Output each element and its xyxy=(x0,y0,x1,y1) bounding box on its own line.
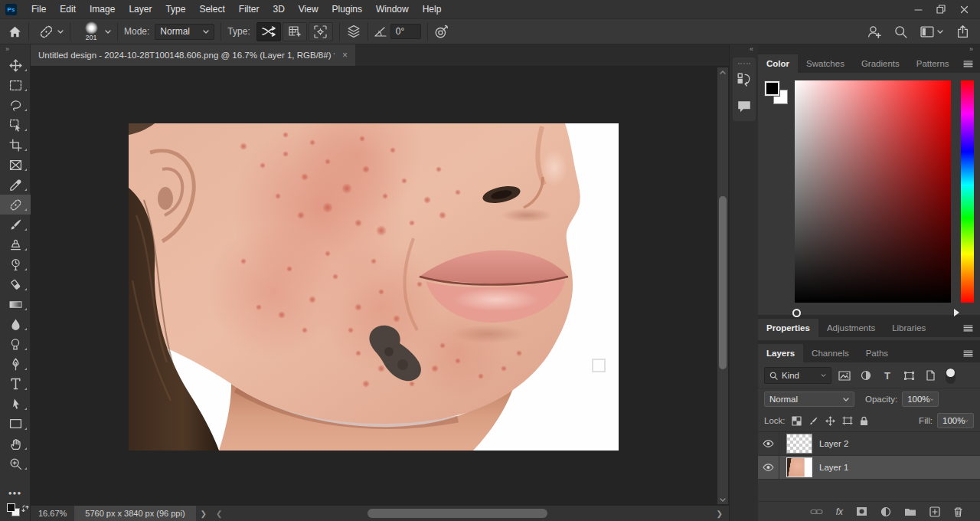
menu-type[interactable]: Type xyxy=(158,0,192,18)
object-selection-tool[interactable] xyxy=(0,115,31,135)
menu-plugins[interactable]: Plugins xyxy=(325,0,369,18)
pen-tool[interactable] xyxy=(0,354,31,374)
pen-pressure-button[interactable] xyxy=(434,25,449,39)
path-selection-tool[interactable] xyxy=(0,394,31,414)
hand-tool[interactable] xyxy=(0,434,31,454)
foreground-background-colors[interactable] xyxy=(0,501,30,521)
hscroll-left-arrow[interactable]: ❮ xyxy=(211,510,227,518)
menu-layer[interactable]: Layer xyxy=(122,0,158,18)
foreground-color-swatch[interactable] xyxy=(7,503,15,512)
eyedropper-tool[interactable] xyxy=(0,175,31,195)
rectangle-tool[interactable] xyxy=(0,414,31,434)
menu-select[interactable]: Select xyxy=(192,0,231,18)
minimize-button[interactable] xyxy=(906,0,929,18)
menu-filter[interactable]: Filter xyxy=(232,0,266,18)
tab-adjustments[interactable]: Adjustments xyxy=(818,319,884,337)
proximity-match-button[interactable] xyxy=(309,22,333,41)
brush-tool[interactable] xyxy=(0,215,31,234)
new-group-icon[interactable] xyxy=(904,506,916,516)
menu-help[interactable]: Help xyxy=(416,0,449,18)
move-tool[interactable] xyxy=(0,55,31,75)
canvas-document[interactable] xyxy=(129,123,619,451)
properties-panel-menu-icon[interactable] xyxy=(963,319,980,337)
blend-mode-select[interactable]: Normal xyxy=(764,392,854,407)
canvas-workspace[interactable] xyxy=(31,66,729,506)
layer-filter-kind-select[interactable]: Kind xyxy=(764,367,831,384)
horizontal-scrollbar[interactable] xyxy=(230,506,713,521)
create-texture-button[interactable] xyxy=(283,22,307,41)
menu-window[interactable]: Window xyxy=(369,0,416,18)
add-layer-mask-icon[interactable] xyxy=(856,506,867,516)
hue-slider-handle[interactable] xyxy=(954,309,959,316)
hue-slider[interactable] xyxy=(961,80,974,303)
tab-close-icon[interactable]: × xyxy=(342,50,348,61)
tab-swatches[interactable]: Swatches xyxy=(798,54,853,73)
chevron-down-icon[interactable] xyxy=(105,30,111,34)
content-aware-button[interactable] xyxy=(256,22,281,41)
vertical-scroll-thumb[interactable] xyxy=(719,196,727,369)
delete-layer-icon[interactable] xyxy=(953,506,963,517)
layer2-thumbnail[interactable] xyxy=(786,434,812,454)
color-picker-handle[interactable] xyxy=(792,309,801,317)
link-layers-icon[interactable] xyxy=(810,508,823,516)
tab-properties[interactable]: Properties xyxy=(758,319,818,337)
tab-channels[interactable]: Channels xyxy=(803,344,858,362)
new-layer-icon[interactable] xyxy=(929,506,940,517)
lock-artboard-icon[interactable] xyxy=(842,416,853,425)
color-panel-menu-icon[interactable] xyxy=(963,54,980,73)
eraser-tool[interactable] xyxy=(0,274,31,294)
search-icon[interactable] xyxy=(894,25,907,38)
add-adjustment-layer-icon[interactable] xyxy=(880,506,891,517)
lock-transparency-icon[interactable] xyxy=(792,416,802,426)
dock-collapse-toggle[interactable]: « xyxy=(730,44,758,55)
rectangular-marquee-tool[interactable] xyxy=(0,75,31,95)
tab-color[interactable]: Color xyxy=(758,54,798,73)
layers-panel-menu-icon[interactable] xyxy=(963,344,980,362)
spot-healing-brush-tool[interactable] xyxy=(0,195,31,215)
home-button[interactable] xyxy=(8,25,22,38)
panels-collapse-toggle[interactable]: » xyxy=(758,44,980,54)
hscroll-right-arrow[interactable]: ❯ xyxy=(717,510,729,518)
edit-toolbar-button[interactable]: ●●● xyxy=(0,484,30,501)
layer1-name[interactable]: Layer 1 xyxy=(819,463,848,472)
filter-shape-layers-icon[interactable] xyxy=(900,368,917,383)
menu-3d[interactable]: 3D xyxy=(266,0,291,18)
horizontal-scroll-thumb[interactable] xyxy=(368,509,547,518)
filter-smart-objects-icon[interactable] xyxy=(922,368,939,383)
history-brush-tool[interactable] xyxy=(0,254,31,274)
history-panel-icon[interactable] xyxy=(737,72,752,87)
gradient-tool[interactable] xyxy=(0,294,31,314)
lock-pixels-icon[interactable] xyxy=(808,416,818,426)
menu-image[interactable]: Image xyxy=(83,0,122,18)
swap-colors-icon[interactable] xyxy=(21,505,29,513)
menu-view[interactable]: View xyxy=(292,0,325,18)
zoom-tool[interactable] xyxy=(0,454,31,473)
filter-adjustment-layers-icon[interactable] xyxy=(858,368,874,383)
comments-panel-icon[interactable] xyxy=(737,100,752,113)
filter-pixel-layers-icon[interactable] xyxy=(836,368,853,383)
layer-filter-toggle[interactable] xyxy=(946,368,956,384)
zoom-level-field[interactable]: 16.67% xyxy=(31,509,74,518)
type-tool[interactable] xyxy=(0,374,31,394)
filter-type-layers-icon[interactable]: T xyxy=(879,368,896,383)
share-icon[interactable] xyxy=(956,25,969,38)
tools-collapse-toggle[interactable]: » xyxy=(0,44,30,55)
brush-settings[interactable]: 201 xyxy=(81,21,101,41)
vertical-scrollbar[interactable] xyxy=(717,67,728,504)
frame-tool[interactable] xyxy=(0,155,31,175)
opacity-field[interactable]: 100% xyxy=(902,392,939,407)
sample-all-layers-button[interactable] xyxy=(346,25,361,38)
saturation-brightness-field[interactable] xyxy=(795,80,951,303)
invite-people-icon[interactable] xyxy=(867,25,881,38)
scroll-up-arrow[interactable] xyxy=(717,67,728,77)
tab-libraries[interactable]: Libraries xyxy=(884,319,934,337)
document-tab[interactable]: Untitled design - 2024-10-28T100148.606.… xyxy=(31,44,355,66)
tab-patterns[interactable]: Patterns xyxy=(908,54,958,73)
scroll-down-arrow[interactable] xyxy=(717,495,728,504)
lasso-tool[interactable] xyxy=(0,95,31,115)
close-button[interactable] xyxy=(952,0,975,18)
angle-input[interactable]: 0° xyxy=(390,24,421,39)
menu-file[interactable]: File xyxy=(24,0,53,18)
fill-field[interactable]: 100% xyxy=(937,413,974,428)
lock-position-icon[interactable] xyxy=(825,416,835,426)
